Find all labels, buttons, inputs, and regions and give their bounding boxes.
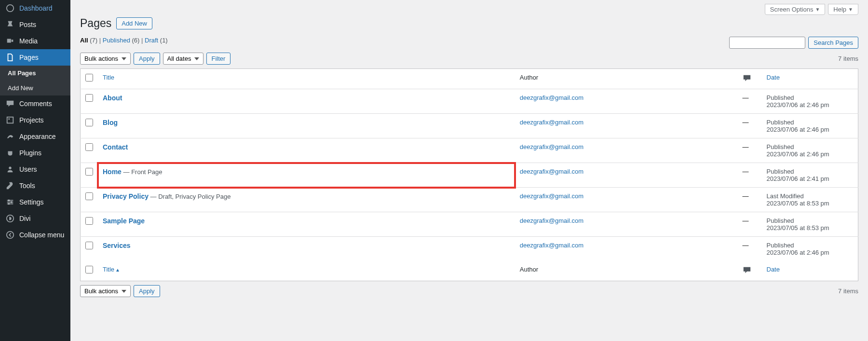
filter-published[interactable]: Published (6): [103, 37, 140, 44]
page-title-link[interactable]: Home: [103, 168, 122, 176]
filter-all[interactable]: All (7): [80, 37, 97, 44]
page-heading: Pages Add New: [80, 17, 858, 30]
table-row: Sample Page deezgrafix@gmail.com — Publi…: [81, 212, 858, 237]
tablenav-bottom: Bulk actions Apply 7 items: [80, 285, 858, 297]
author-link[interactable]: deezgrafix@gmail.com: [520, 94, 583, 101]
help-button[interactable]: Help▼: [828, 4, 858, 15]
row-checkbox[interactable]: [85, 119, 93, 126]
screen-meta: Screen Options▼ Help▼: [80, 4, 858, 15]
sidebar-label: Settings: [19, 198, 44, 206]
row-author-cell: deezgrafix@gmail.com: [515, 237, 738, 261]
caret-down-icon: ▼: [815, 7, 820, 12]
title-column-header[interactable]: Title: [98, 69, 515, 89]
author-link[interactable]: deezgrafix@gmail.com: [520, 217, 583, 224]
author-link[interactable]: deezgrafix@gmail.com: [520, 192, 583, 200]
sidebar-label: Dashboard: [19, 4, 53, 12]
sidebar-label: Collapse menu: [19, 231, 64, 239]
bulk-action-select[interactable]: Bulk actions: [80, 53, 131, 65]
sidebar-item-media[interactable]: Media: [0, 33, 70, 49]
page-title-link[interactable]: About: [103, 94, 122, 102]
sidebar-label: Users: [19, 165, 37, 173]
sidebar-item-dashboard[interactable]: Dashboard: [0, 0, 70, 16]
search-input[interactable]: [729, 37, 805, 49]
sidebar-item-users[interactable]: Users: [0, 161, 70, 177]
projects-icon: [6, 116, 14, 124]
page-title-link[interactable]: Blog: [103, 119, 118, 126]
users-icon: [6, 165, 14, 174]
page-title-link[interactable]: Sample Page: [103, 217, 145, 225]
sidebar-item-collapse[interactable]: Collapse menu: [0, 227, 70, 243]
sidebar-item-appearance[interactable]: Appearance: [0, 128, 70, 145]
admin-sidebar: Dashboard Posts Media Pages All Pages Ad…: [0, 0, 70, 341]
collapse-icon: [6, 231, 14, 239]
row-comments-cell: —: [738, 212, 762, 237]
title-column-footer[interactable]: Title▲: [98, 261, 515, 281]
date-column-footer[interactable]: Date: [762, 261, 858, 281]
date-column-header[interactable]: Date: [762, 69, 858, 89]
sidebar-item-pages[interactable]: Pages: [0, 49, 70, 66]
items-count: 7 items: [838, 55, 858, 62]
row-date-cell: Published2023/07/05 at 8:53 pm: [762, 212, 858, 237]
table-row: Services deezgrafix@gmail.com — Publishe…: [81, 237, 858, 261]
row-checkbox[interactable]: [85, 94, 93, 102]
filter-button[interactable]: Filter: [206, 53, 231, 65]
bulk-action-select-bottom[interactable]: Bulk actions: [80, 285, 131, 297]
row-checkbox[interactable]: [85, 192, 93, 200]
dashboard-icon: [6, 4, 14, 13]
screen-options-button[interactable]: Screen Options▼: [765, 4, 826, 15]
author-link[interactable]: deezgrafix@gmail.com: [520, 119, 583, 126]
row-date-cell: Published2023/07/06 at 2:46 pm: [762, 114, 858, 138]
row-title-cell: Home — Front Page: [98, 163, 515, 188]
row-checkbox[interactable]: [85, 143, 93, 151]
add-new-button[interactable]: Add New: [116, 17, 152, 29]
row-date-cell: Published2023/07/06 at 2:46 pm: [762, 138, 858, 163]
row-date-cell: Published2023/07/06 at 2:46 pm: [762, 237, 858, 261]
page-title-link[interactable]: Services: [103, 242, 131, 249]
table-row: Privacy Policy — Draft, Privacy Policy P…: [81, 188, 858, 212]
sidebar-label: Comments: [19, 100, 52, 108]
table-row: Contact deezgrafix@gmail.com — Published…: [81, 138, 858, 163]
row-date-cell: Published2023/07/06 at 2:41 pm: [762, 163, 858, 188]
search-pages-button[interactable]: Search Pages: [808, 37, 858, 49]
comments-column-footer: [738, 261, 762, 281]
sidebar-item-tools[interactable]: Tools: [0, 177, 70, 194]
appearance-icon: [6, 132, 14, 141]
author-link[interactable]: deezgrafix@gmail.com: [520, 242, 583, 249]
bulk-actions: Bulk actions Apply All dates Filter: [80, 53, 231, 65]
select-all-checkbox-footer[interactable]: [85, 266, 93, 273]
author-link[interactable]: deezgrafix@gmail.com: [520, 143, 583, 150]
row-comments-cell: —: [738, 114, 762, 138]
tablenav-top: Bulk actions Apply All dates Filter 7 it…: [80, 53, 858, 65]
sidebar-item-settings[interactable]: Settings: [0, 194, 70, 210]
sidebar-item-divi[interactable]: Divi: [0, 210, 70, 227]
author-link[interactable]: deezgrafix@gmail.com: [520, 168, 583, 175]
sidebar-item-posts[interactable]: Posts: [0, 16, 70, 33]
date-filter-select[interactable]: All dates: [163, 53, 203, 65]
filter-draft[interactable]: Draft (1): [145, 37, 168, 44]
page-title-link[interactable]: Privacy Policy: [103, 192, 149, 200]
select-all-checkbox[interactable]: [85, 74, 93, 82]
sidebar-item-plugins[interactable]: Plugins: [0, 145, 70, 161]
svg-point-8: [11, 201, 13, 203]
sidebar-label: Projects: [19, 116, 44, 124]
row-checkbox[interactable]: [85, 168, 93, 176]
row-checkbox[interactable]: [85, 242, 93, 249]
row-date-cell: Published2023/07/06 at 2:46 pm: [762, 89, 858, 114]
apply-button-bottom[interactable]: Apply: [134, 285, 160, 297]
sidebar-submenu: All Pages Add New: [0, 66, 70, 95]
sort-caret-icon: ▲: [115, 267, 120, 273]
page-title-link[interactable]: Contact: [103, 143, 128, 151]
sidebar-sub-all-pages[interactable]: All Pages: [0, 66, 70, 81]
status-filters: All (7) | Published (6) | Draft (1): [80, 37, 168, 44]
page-state: — Draft, Privacy Policy Page: [149, 193, 231, 200]
row-checkbox[interactable]: [85, 217, 93, 225]
sidebar-label: Tools: [19, 182, 35, 190]
sidebar-item-projects[interactable]: Projects: [0, 112, 70, 128]
author-column-header: Author: [515, 69, 738, 89]
items-count-bottom: 7 items: [838, 287, 858, 295]
row-comments-cell: —: [738, 138, 762, 163]
apply-button[interactable]: Apply: [134, 53, 160, 65]
sidebar-item-comments[interactable]: Comments: [0, 95, 70, 112]
media-icon: [6, 37, 14, 45]
sidebar-sub-add-new[interactable]: Add New: [0, 81, 70, 95]
